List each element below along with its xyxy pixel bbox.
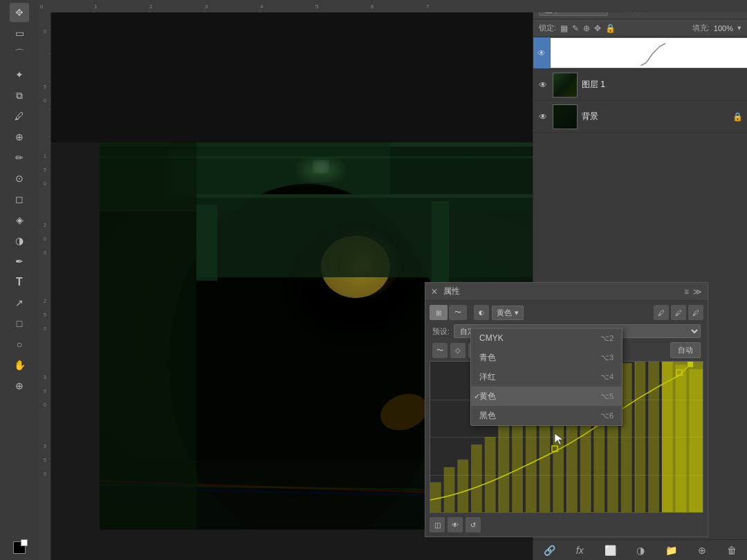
dropdown-label-yellow: 黄色: [479, 391, 600, 402]
layer-name-background: 背景: [582, 111, 728, 122]
props-bottom-tools: ◫ 👁 ↺: [430, 517, 703, 532]
svg-rect-63: [471, 445, 482, 512]
action-delete[interactable]: 🗑: [723, 543, 741, 557]
svg-rect-74: [621, 363, 632, 512]
layer-visibility-layer1[interactable]: 👁: [537, 80, 548, 91]
svg-text:3: 3: [44, 375, 46, 380]
dropdown-shortcut-black: ⌥6: [600, 411, 614, 420]
dropdown-item-yellow[interactable]: ✓ 黄色 ⌥5: [471, 386, 622, 406]
curve-smooth-icon[interactable]: 〜: [432, 343, 448, 358]
dropdown-shortcut-magenta: ⌥4: [600, 373, 614, 382]
layer-visibility-curves1[interactable]: 👁: [537, 48, 546, 59]
tool-shape-ellipse[interactable]: ○: [10, 335, 29, 354]
dropdown-check-yellow: ✓: [474, 392, 480, 401]
tool-crop[interactable]: ⧉: [10, 86, 29, 105]
tool-pen[interactable]: ✒: [10, 252, 29, 271]
tool-hand[interactable]: ✋: [10, 355, 29, 375]
layer-row-curves1[interactable]: 👁 曲线 1: [533, 37, 747, 69]
props-tab-curve[interactable]: 〜: [449, 305, 467, 320]
curve-points-icon[interactable]: ◇: [450, 343, 465, 358]
auto-button[interactable]: 自动: [670, 342, 701, 358]
lock-icon-move[interactable]: ✥: [594, 24, 601, 33]
svg-text:3: 3: [44, 444, 46, 449]
properties-expand-button[interactable]: ≫: [693, 287, 702, 297]
layer-visibility-background[interactable]: 👁: [537, 111, 548, 122]
toolbar-left: ✥ ▭ ⌒ ✦ ⧉ 🖊 ⊕ ✏ ⊙ ◻ ◈ ◑ ✒ T ↗ □ ○ ✋ ⊕: [0, 0, 39, 560]
svg-text:5: 5: [44, 84, 46, 89]
svg-rect-52: [100, 142, 196, 530]
layer-row-layer1[interactable]: 👁 图层 1: [533, 69, 747, 101]
svg-text:7: 7: [426, 3, 430, 10]
tool-lasso[interactable]: ⌒: [10, 44, 29, 64]
fill-value: 100%: [714, 24, 733, 32]
svg-text:0: 0: [44, 389, 46, 393]
lock-icon-artboard[interactable]: ⊕: [583, 24, 590, 33]
tool-zoom[interactable]: ⊕: [10, 376, 29, 395]
layer-row-background[interactable]: 👁 背景 🔒: [533, 101, 747, 133]
tool-select-rect[interactable]: ▭: [10, 24, 29, 43]
svg-text:2: 2: [149, 3, 153, 10]
tool-text[interactable]: T: [10, 272, 29, 292]
tool-fg-bg-colors[interactable]: [10, 538, 29, 557]
properties-menu-button[interactable]: ≡: [684, 287, 689, 297]
svg-text:6: 6: [371, 3, 374, 10]
lock-icon-position[interactable]: ✎: [572, 24, 579, 33]
reset-icon[interactable]: ↺: [465, 517, 481, 532]
svg-text:0: 0: [40, 3, 44, 10]
lock-row: 锁定: ▦ ✎ ⊕ ✥ 🔒 填充: 100% ▾: [533, 19, 747, 37]
dropdown-shortcut-cmyk: ⌥2: [600, 334, 614, 343]
tool-shape-rect[interactable]: □: [10, 314, 29, 333]
clip-to-layer-icon[interactable]: ◫: [430, 517, 445, 532]
tool-path-select[interactable]: ↗: [10, 293, 29, 312]
eyedropper-gray-icon[interactable]: 🖊: [671, 305, 686, 320]
tool-eraser[interactable]: ◻: [10, 189, 29, 209]
action-adjustment[interactable]: ◑: [632, 543, 649, 557]
adjust-shadows-icon[interactable]: ◐: [474, 305, 489, 320]
dropdown-shortcut-cyan: ⌥3: [600, 353, 614, 362]
properties-close-button[interactable]: ✕: [431, 287, 438, 297]
lock-label: 锁定:: [539, 23, 556, 33]
layer-actions: 🔗 fx ⬜ ◑ 📁 ⊕ 🗑: [533, 539, 747, 560]
layer-thumb-background: [553, 104, 578, 129]
action-link[interactable]: 🔗: [540, 543, 560, 557]
eyedropper-black-icon[interactable]: 🖊: [654, 305, 669, 320]
lock-icon-pixels[interactable]: ▦: [560, 24, 568, 33]
view-previous-icon[interactable]: 👁: [448, 517, 463, 532]
action-mask[interactable]: ⬜: [600, 543, 620, 557]
tool-brush[interactable]: ✏: [10, 148, 29, 167]
tool-eyedropper[interactable]: 🖊: [10, 106, 29, 126]
svg-text:0: 0: [44, 98, 46, 103]
action-folder[interactable]: 📁: [661, 543, 681, 557]
fill-arrow[interactable]: ▾: [737, 24, 741, 32]
svg-text:0: 0: [44, 181, 46, 186]
tool-magic-wand[interactable]: ✦: [10, 65, 29, 84]
dropdown-item-black[interactable]: 黑色 ⌥6: [471, 406, 622, 425]
dropdown-item-cmyk[interactable]: CMYK ⌥2: [471, 328, 622, 348]
channel-name: 黄色: [497, 308, 512, 318]
action-fx[interactable]: fx: [572, 543, 588, 557]
ruler-top: 0 1 2 3 4 5 6 7: [39, 0, 747, 12]
tool-healing[interactable]: ⊕: [10, 127, 29, 147]
tool-dodge[interactable]: ◑: [10, 231, 29, 250]
lock-icon-lock[interactable]: 🔒: [605, 24, 616, 33]
props-tabs: ⊞ 〜: [430, 305, 467, 320]
svg-rect-80: [662, 362, 703, 512]
action-new[interactable]: ⊕: [694, 543, 710, 557]
layer-thumb-curves1: [550, 37, 747, 68]
tool-move[interactable]: ✥: [10, 3, 29, 22]
tool-clone[interactable]: ⊙: [10, 169, 29, 188]
channel-dropdown-button[interactable]: 黄色 ▾: [492, 306, 524, 320]
svg-text:5: 5: [44, 458, 46, 463]
svg-rect-57: [432, 201, 449, 284]
svg-text:2: 2: [44, 223, 46, 227]
layer-lock-icon-background: 🔒: [732, 112, 743, 122]
dropdown-item-cyan[interactable]: 青色 ⌥3: [471, 348, 622, 367]
svg-text:5: 5: [315, 3, 319, 10]
tool-gradient[interactable]: ◈: [10, 210, 29, 230]
svg-text:5: 5: [44, 167, 46, 172]
svg-rect-14: [39, 12, 51, 560]
channel-icons: ◐: [474, 305, 489, 320]
props-tab-grid[interactable]: ⊞: [430, 305, 448, 320]
dropdown-item-magenta[interactable]: 洋红 ⌥4: [471, 367, 622, 386]
eyedropper-white-icon[interactable]: 🖊: [688, 305, 703, 320]
